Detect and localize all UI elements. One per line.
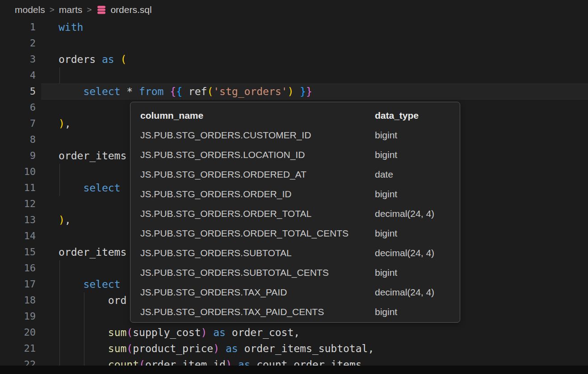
panel-edge: [0, 366, 588, 374]
line-number[interactable]: 16: [0, 260, 36, 276]
code-text: select * from {{ ref('stg_orders') }}: [59, 83, 312, 100]
code-line[interactable]: 4: [0, 67, 588, 83]
line-number[interactable]: 9: [0, 148, 36, 164]
line-number[interactable]: 4: [0, 67, 36, 83]
line-number[interactable]: 18: [0, 292, 36, 308]
column-name-cell: JS.PUB.STG_ORDERS.SUBTOTAL: [140, 243, 292, 263]
column-name-cell: JS.PUB.STG_ORDERS.TAX_PAID: [140, 283, 287, 302]
data-type-cell: bigint: [375, 125, 397, 145]
editor-window: { "breadcrumb": { "items": ["models", "m…: [0, 0, 588, 374]
code-line[interactable]: 5 select * from {{ ref('stg_orders') }}: [0, 83, 588, 100]
line-number[interactable]: 20: [0, 324, 36, 341]
hover-table-row: JS.PUB.STG_ORDERS.ORDER_IDbigint: [130, 184, 460, 204]
column-name-cell: JS.PUB.STG_ORDERS.ORDER_TOTAL_CENTS: [140, 224, 349, 243]
code-line[interactable]: 20 sum(supply_cost) as order_cost,: [0, 324, 588, 341]
breadcrumb-item-models[interactable]: models: [15, 4, 45, 15]
breadcrumb-separator: >: [87, 5, 92, 15]
data-type-cell: date: [375, 165, 393, 184]
data-type-cell: bigint: [375, 224, 397, 243]
code-text: order_items: [59, 148, 126, 164]
column-name-cell: JS.PUB.STG_ORDERS.TAX_PAID_CENTS: [140, 302, 324, 322]
line-number[interactable]: 13: [0, 212, 36, 228]
column-name-cell: JS.PUB.STG_ORDERS.LOCATION_ID: [140, 145, 305, 165]
line-number[interactable]: 7: [0, 116, 36, 132]
column-name-cell: JS.PUB.STG_ORDERS.ORDERED_AT: [140, 165, 307, 184]
code-text: with: [59, 19, 83, 35]
line-number[interactable]: 14: [0, 228, 36, 244]
line-number[interactable]: 21: [0, 341, 36, 357]
line-number[interactable]: 10: [0, 164, 36, 180]
code-text: orders as (: [59, 51, 126, 67]
code-line[interactable]: 1with: [0, 19, 588, 35]
data-type-cell: decimal(24, 4): [375, 283, 434, 302]
data-type-cell: decimal(24, 4): [375, 204, 434, 224]
data-type-cell: decimal(24, 4): [375, 243, 434, 263]
line-number[interactable]: 3: [0, 51, 36, 67]
hover-table-row: JS.PUB.STG_ORDERS.SUBTOTAL_CENTSbigint: [130, 263, 460, 283]
hover-table-row: JS.PUB.STG_ORDERS.SUBTOTALdecimal(24, 4): [130, 243, 460, 263]
column-name-header: column_name: [140, 106, 203, 125]
column-name-cell: JS.PUB.STG_ORDERS.SUBTOTAL_CENTS: [140, 263, 329, 283]
line-number[interactable]: 15: [0, 244, 36, 260]
column-name-cell: JS.PUB.STG_ORDERS.ORDER_ID: [140, 184, 291, 204]
code-line[interactable]: 3orders as (: [0, 51, 588, 67]
breadcrumb: models > marts > orders.sql: [0, 0, 588, 19]
data-type-header: data_type: [375, 106, 419, 125]
column-name-cell: JS.PUB.STG_ORDERS.ORDER_TOTAL: [140, 204, 311, 224]
line-number[interactable]: 11: [0, 180, 36, 196]
hover-table-row: JS.PUB.STG_ORDERS.ORDER_TOTALdecimal(24,…: [130, 204, 460, 224]
code-text: select: [59, 276, 120, 292]
breadcrumb-separator: >: [50, 5, 55, 15]
database-icon: [96, 4, 107, 15]
hover-table-row: JS.PUB.STG_ORDERS.ORDERED_ATdate: [130, 165, 460, 184]
hover-table-rows: JS.PUB.STG_ORDERS.CUSTOMER_IDbigintJS.PU…: [130, 125, 460, 322]
code-text: sum(supply_cost) as order_cost,: [59, 324, 300, 341]
line-number[interactable]: 1: [0, 19, 36, 35]
hover-table-row: JS.PUB.STG_ORDERS.ORDER_TOTAL_CENTSbigin…: [130, 224, 460, 243]
line-number[interactable]: 8: [0, 132, 36, 148]
code-text: ord: [59, 292, 126, 308]
breadcrumb-item-file[interactable]: orders.sql: [96, 4, 151, 15]
code-line[interactable]: 21 sum(product_price) as order_items_sub…: [0, 341, 588, 357]
line-number[interactable]: 6: [0, 100, 36, 116]
code-text: ),: [59, 116, 71, 132]
line-number[interactable]: 2: [0, 35, 36, 51]
breadcrumb-item-marts[interactable]: marts: [59, 4, 83, 15]
data-type-cell: bigint: [375, 263, 397, 283]
hover-table-row: JS.PUB.STG_ORDERS.TAX_PAID_CENTSbigint: [130, 302, 460, 322]
column-metadata-popup: column_name data_type JS.PUB.STG_ORDERS.…: [130, 102, 460, 323]
code-line[interactable]: 2: [0, 35, 588, 51]
data-type-cell: bigint: [375, 145, 397, 165]
code-text: ),: [59, 212, 71, 228]
line-number[interactable]: 17: [0, 276, 36, 292]
line-number[interactable]: 12: [0, 196, 36, 212]
column-name-cell: JS.PUB.STG_ORDERS.CUSTOMER_ID: [140, 125, 311, 145]
code-text: sum(product_price) as order_items_subtot…: [59, 341, 374, 357]
hover-table-row: JS.PUB.STG_ORDERS.CUSTOMER_IDbigint: [130, 125, 460, 145]
hover-table-row: JS.PUB.STG_ORDERS.LOCATION_IDbigint: [130, 145, 460, 165]
data-type-cell: bigint: [375, 184, 397, 204]
file-name: orders.sql: [110, 4, 151, 15]
data-type-cell: bigint: [375, 302, 397, 322]
line-number[interactable]: 5: [0, 83, 36, 100]
hover-table-header: column_name data_type: [130, 106, 460, 125]
hover-table-row: JS.PUB.STG_ORDERS.TAX_PAIDdecimal(24, 4): [130, 283, 460, 302]
line-number[interactable]: 19: [0, 308, 36, 324]
code-text: order_items: [59, 244, 126, 260]
code-text: select: [59, 180, 120, 196]
